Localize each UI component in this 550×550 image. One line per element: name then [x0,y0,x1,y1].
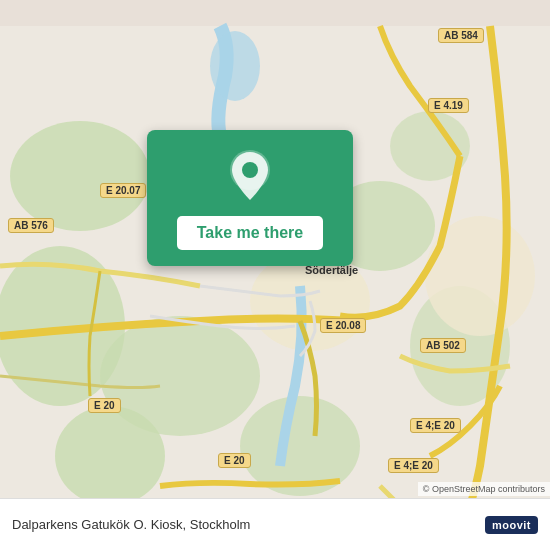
road-label-e20b: E 20 [218,453,251,468]
bottom-bar: Dalparkens Gatukök O. Kiosk, Stockholm m… [0,498,550,550]
cta-overlay: Take me there [140,130,360,266]
road-label-ab502: AB 502 [420,338,466,353]
take-me-there-button[interactable]: Take me there [177,216,323,250]
svg-point-2 [10,121,150,231]
osm-credit: © OpenStreetMap contributors [418,482,550,496]
cta-box: Take me there [147,130,353,266]
road-label-e4e20b: E 4;E 20 [410,418,461,433]
svg-point-13 [242,162,258,178]
location-pin-icon [228,150,272,202]
svg-point-8 [240,396,360,496]
road-label-ab576: AB 576 [8,218,54,233]
moovit-logo-text: moovit [485,516,538,534]
road-label-e4e20: E 4;E 20 [388,458,439,473]
road-label-e20: E 20 [88,398,121,413]
map-container: AB 584 E 4.19 E 20.07 AB 576 E 20.08 AB … [0,0,550,550]
road-label-ab584: AB 584 [438,28,484,43]
moovit-logo: moovit [485,516,538,534]
location-label: Dalparkens Gatukök O. Kiosk, Stockholm [12,517,250,532]
svg-point-1 [210,31,260,101]
map-background [0,0,550,550]
road-label-e419: E 4.19 [428,98,469,113]
road-label-e2008: E 20.08 [320,318,366,333]
svg-point-7 [55,406,165,506]
